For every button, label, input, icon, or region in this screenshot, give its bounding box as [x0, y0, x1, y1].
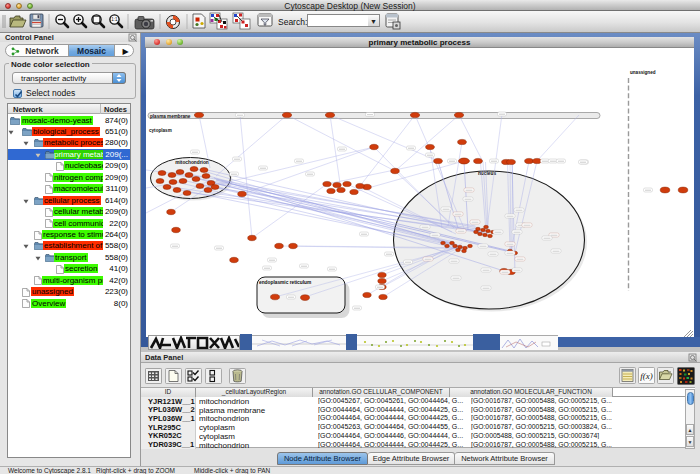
svg-text:unassigned: unassigned: [630, 70, 656, 75]
svg-text:Search:: Search:: [278, 17, 307, 27]
svg-text:1:1: 1:1: [111, 17, 118, 22]
svg-text:cytoplasm: cytoplasm: [149, 128, 172, 133]
svg-text:endoplasmic reticulum: endoplasmic reticulum: [259, 280, 311, 285]
svg-text:mitochondrion: mitochondrion: [175, 160, 209, 165]
svg-text:plasma membrane: plasma membrane: [150, 114, 191, 119]
svg-text:f(x): f(x): [640, 371, 653, 381]
svg-text:nucleus: nucleus: [478, 171, 496, 176]
